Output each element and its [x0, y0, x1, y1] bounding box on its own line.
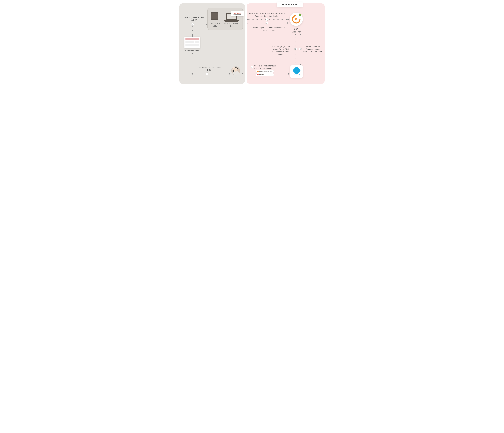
- step1-arrow-up: [191, 52, 193, 54]
- step6-text: miniOrange SSO Connector creates a sessi…: [253, 27, 285, 32]
- oracle-ebs-label: Oracle E-Business Suite: [223, 22, 241, 27]
- user-label: User: [231, 76, 241, 79]
- ebs-group-box: ORACLE E-BUSINESS SUITE FND_USER table O…: [207, 8, 243, 30]
- step6-arrow-right: [288, 22, 289, 24]
- step4-arrow-left: [242, 73, 243, 75]
- requested-page-icon: [184, 37, 200, 48]
- step3-text: miniOrange EBS Connector agent initiates…: [303, 45, 323, 53]
- azure-ad-icon: Azure AD: [290, 65, 303, 78]
- step6-line: [248, 23, 288, 23]
- step1-text: User tries to access Oracle EBS: [198, 66, 221, 71]
- sso-connector-label: SSO Connector: [290, 28, 303, 33]
- fnd-user-label: FND_USER table: [208, 22, 222, 27]
- step7-text: User is granted access to EBS: [184, 16, 204, 21]
- oracle-ebs-subtext: E-BUSINESS SUITE: [233, 14, 242, 15]
- lock-icon: [257, 74, 259, 75]
- step2-text: User is redirected to the miniOrange SSO…: [249, 12, 285, 18]
- step7-arrow: [206, 23, 207, 25]
- diagram-canvas: Authentication ORACLE E-BUSINESS SUITE F…: [180, 2, 324, 84]
- step5-arrow-up: [295, 34, 297, 35]
- oracle-ebs-tag: ORACLE E-BUSINESS SUITE: [231, 11, 244, 16]
- step1-line: [193, 74, 230, 74]
- step2-arrow-left: [247, 18, 248, 20]
- sample-password-mask: ••••••••••: [259, 74, 264, 75]
- user-circle-icon: [257, 71, 259, 72]
- step7-arrow-down: [192, 35, 193, 37]
- step1-badge: 1: [206, 73, 208, 75]
- laptop-icon: ORACLE E-BUSINESS SUITE: [225, 13, 238, 22]
- step6-badge: 6: [266, 22, 268, 24]
- step3-arrow-down: [299, 64, 301, 65]
- step7-line-vert: [192, 24, 193, 36]
- user-avatar-icon: [231, 66, 240, 75]
- step1-line-vert: [192, 54, 193, 74]
- step3-badge: 3: [299, 48, 302, 50]
- connector-line: [218, 16, 225, 16]
- database-server-icon: [211, 12, 218, 20]
- step5-text: miniOrange gets the user's Oracle EBS us…: [270, 45, 292, 56]
- auth-title-badge: Authentication: [277, 2, 303, 7]
- step2-line: [248, 19, 288, 20]
- step4-text: User is prompted for their Azure AD cred…: [254, 64, 279, 70]
- step7-line: [185, 24, 206, 25]
- requested-page-label: Requested Page: [181, 49, 203, 52]
- step6-arrow-left: [247, 22, 248, 24]
- sample-username-field: miraz@username.com: [256, 70, 274, 73]
- sample-username-text: miraz@username.com: [259, 71, 271, 72]
- step4-arrow-right: [288, 73, 290, 75]
- step1-arrow-left: [191, 73, 193, 75]
- step5-badge: 5: [294, 48, 297, 50]
- step2-arrow-right: [288, 18, 289, 20]
- step7-badge: 7: [191, 23, 194, 26]
- step2-badge: 2: [266, 18, 268, 21]
- oracle-brand-text: ORACLE: [234, 12, 241, 14]
- step3-arrow-up: [299, 34, 301, 35]
- step4-line: [243, 74, 289, 74]
- step1-arrow-right: [229, 73, 231, 75]
- sso-connector-icon: [290, 13, 303, 26]
- step4-badge: 4: [251, 66, 253, 68]
